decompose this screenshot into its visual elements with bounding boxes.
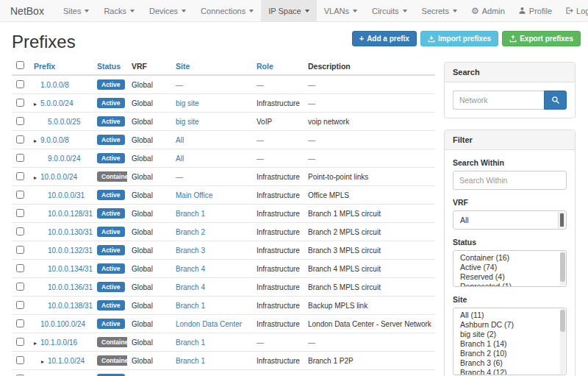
row-checkbox[interactable] [16, 264, 24, 272]
row-checkbox[interactable] [16, 356, 24, 364]
status-badge[interactable]: Active [97, 227, 125, 237]
option-item[interactable]: big site (2) [453, 330, 566, 339]
column-header-site[interactable]: Site [171, 57, 252, 75]
site-link[interactable]: London Data Center [176, 320, 242, 328]
site-link[interactable]: Branch 1 [176, 357, 205, 365]
prefix-link[interactable]: 10.0.0.136/31 [48, 283, 93, 291]
row-checkbox[interactable] [16, 135, 24, 143]
status-multiselect[interactable]: Container (16)Active (74)Reserved (4)Dep… [453, 250, 567, 287]
row-checkbox[interactable] [16, 191, 24, 199]
search-input[interactable] [453, 91, 544, 110]
option-item[interactable]: Branch 4 (12) [453, 368, 566, 375]
scrollbar-thumb[interactable] [560, 310, 565, 332]
prefix-link[interactable]: 10.1.0.0/24 [48, 357, 85, 365]
status-badge[interactable]: Container [97, 337, 127, 347]
option-item[interactable]: Ashburn DC (7) [453, 320, 566, 330]
status-badge[interactable]: Active [97, 135, 125, 145]
search-within-input[interactable] [453, 171, 567, 190]
row-checkbox[interactable] [16, 209, 24, 217]
column-header-status[interactable]: Status [93, 57, 127, 75]
expand-arrow-icon[interactable]: ▸ [34, 138, 40, 144]
expand-arrow-icon[interactable]: ▸ [41, 358, 48, 365]
status-badge[interactable]: Active [97, 282, 125, 292]
prefix-link[interactable]: 1.0.0.0/8 [40, 81, 69, 89]
row-checkbox[interactable] [16, 227, 24, 235]
option-item[interactable]: Branch 2 (10) [453, 349, 566, 358]
option-item[interactable]: Reserved (4) [453, 272, 566, 282]
row-checkbox[interactable] [16, 283, 24, 291]
row-checkbox[interactable] [16, 99, 24, 107]
scrollbar-thumb[interactable] [560, 252, 565, 282]
site-link[interactable]: Branch 3 [176, 246, 205, 255]
status-badge[interactable]: Active [97, 263, 125, 274]
nav-item-ip-space[interactable]: IP Space [261, 0, 316, 21]
site-link[interactable]: All [176, 155, 184, 163]
site-link[interactable]: Branch 1 [176, 338, 205, 347]
navbar-brand[interactable]: NetBox [10, 0, 44, 21]
prefix-link[interactable]: 10.0.0.0/24 [40, 173, 77, 181]
site-link[interactable]: big site [176, 99, 199, 107]
row-checkbox[interactable] [16, 80, 24, 88]
status-badge[interactable]: Active [97, 153, 125, 163]
option-item[interactable]: Deprecated (1) [453, 282, 566, 287]
site-multiselect[interactable]: All (11)Ashburn DC (7)big site (2)Branch… [453, 308, 567, 375]
row-checkbox[interactable] [16, 154, 24, 162]
nav-item-connections[interactable]: Connections [193, 0, 261, 21]
site-link[interactable]: Main Office [176, 191, 212, 199]
nav-item-vlans[interactable]: VLANs [317, 0, 365, 21]
nav-item-devices[interactable]: Devices [142, 0, 193, 21]
prefix-link[interactable]: 5.0.0.0/25 [48, 118, 80, 126]
expand-arrow-icon[interactable]: ▸ [34, 174, 40, 181]
status-badge[interactable]: Active [97, 319, 125, 329]
option-item[interactable]: Active (74) [453, 263, 566, 272]
row-checkbox[interactable] [16, 301, 24, 309]
nav-item-admin[interactable]: ⚙Admin [465, 0, 512, 21]
site-link[interactable]: All [176, 136, 184, 144]
prefix-link[interactable]: 10.0.0.0/31 [48, 191, 85, 199]
status-badge[interactable]: Container [97, 171, 127, 182]
column-header-role[interactable]: Role [252, 57, 304, 75]
nav-item-log-out[interactable]: Log out [559, 0, 588, 21]
select-all-checkbox[interactable] [16, 61, 24, 69]
row-checkbox[interactable] [16, 338, 24, 346]
prefix-link[interactable]: 10.0.0.132/31 [48, 246, 93, 255]
nav-item-sites[interactable]: Sites [56, 0, 96, 21]
status-badge[interactable]: Active [97, 300, 125, 311]
option-item[interactable]: All (11) [453, 311, 566, 320]
nav-item-circuits[interactable]: Circuits [365, 0, 415, 21]
row-checkbox[interactable] [16, 172, 24, 180]
row-checkbox[interactable] [16, 246, 24, 254]
option-item[interactable]: Branch 3 (6) [453, 358, 566, 368]
import-prefixes-button[interactable]: Import prefixes [420, 31, 498, 46]
expand-arrow-icon[interactable]: ▸ [34, 101, 40, 107]
status-badge[interactable]: Container [97, 355, 127, 366]
status-badge[interactable]: Active [97, 116, 125, 127]
status-badge[interactable]: Active [97, 190, 125, 200]
site-link[interactable]: big site [176, 118, 199, 126]
prefix-link[interactable]: 9.0.0.0/8 [40, 136, 69, 144]
site-link[interactable]: Branch 4 [176, 283, 205, 291]
nav-item-racks[interactable]: Racks [96, 0, 142, 21]
nav-item-profile[interactable]: Profile [512, 0, 559, 21]
option-item[interactable]: Container (16) [453, 253, 566, 263]
prefix-link[interactable]: 9.0.0.0/24 [48, 155, 80, 163]
site-link[interactable]: Branch 4 [176, 265, 205, 273]
status-badge[interactable]: Active [97, 245, 125, 255]
prefix-link[interactable]: 10.0.100.0/24 [40, 320, 85, 328]
site-link[interactable]: Branch 2 [176, 228, 205, 236]
prefix-link[interactable]: 10.1.0.0/16 [40, 338, 77, 347]
prefix-link[interactable]: 10.0.0.138/31 [48, 302, 93, 310]
prefix-link[interactable]: 10.0.0.134/31 [48, 265, 93, 273]
status-badge[interactable]: Active [97, 208, 125, 219]
export-prefixes-button[interactable]: Export prefixes [502, 31, 581, 46]
option-item[interactable]: Branch 1 (14) [453, 339, 566, 349]
expand-arrow-icon[interactable]: ▸ [34, 340, 40, 347]
row-checkbox[interactable] [16, 319, 24, 327]
column-header-prefix[interactable]: Prefix [29, 57, 93, 75]
search-button[interactable] [544, 91, 567, 110]
prefix-link[interactable]: 10.0.0.128/31 [48, 210, 93, 218]
status-badge[interactable]: Active [97, 98, 125, 108]
row-checkbox[interactable] [16, 117, 24, 125]
vrf-select[interactable]: All [453, 210, 567, 230]
site-link[interactable]: Branch 1 [176, 210, 205, 218]
